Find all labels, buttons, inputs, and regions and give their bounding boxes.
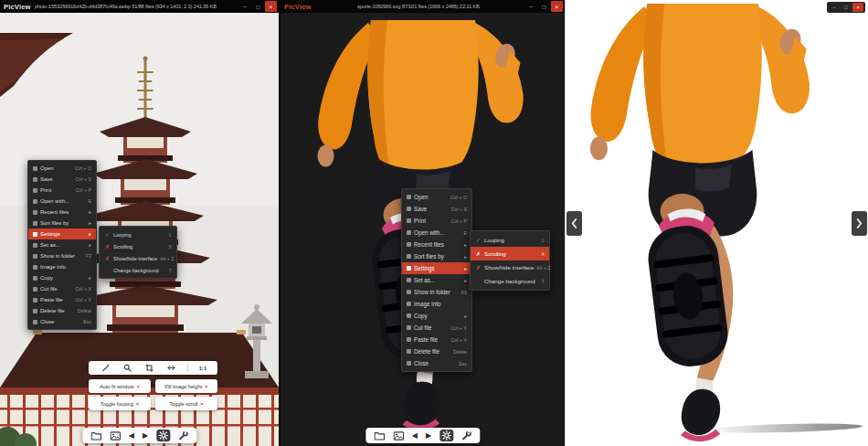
menu-item-show-in-folder[interactable]: Show in folderF3 — [402, 286, 471, 298]
minimize-button[interactable]: − — [239, 1, 251, 12]
toggle-scroll-toggle[interactable]: Toggle scroll× — [155, 397, 217, 410]
runner-image-large — [565, 4, 849, 442]
context-menu: OpenCtrl + O SaveCtrl + S PrintCtrl + P … — [27, 160, 97, 330]
crop-button[interactable] — [143, 362, 155, 374]
minimize-button[interactable]: − — [525, 1, 537, 12]
close-button[interactable]: × — [551, 1, 563, 12]
open-folder-button[interactable] — [374, 431, 385, 441]
restore-button[interactable]: □ — [841, 3, 852, 12]
divider — [187, 364, 188, 372]
open-icon — [407, 195, 411, 199]
menu-item-cut-file[interactable]: Cut fileCtrl + X — [28, 283, 96, 294]
menu-item-save[interactable]: SaveCtrl + S — [28, 174, 96, 185]
previous-image-button[interactable]: ◀ — [129, 432, 134, 440]
submenu-arrow-icon: ▸ — [464, 254, 467, 260]
previous-image-button[interactable]: ◀ — [412, 432, 418, 440]
wand-button[interactable] — [100, 362, 111, 374]
remove-toggle-icon[interactable]: × — [137, 384, 141, 389]
menu-item-open[interactable]: OpenCtrl + O — [402, 191, 471, 203]
minimize-button[interactable]: − — [829, 3, 840, 12]
open-folder-button[interactable] — [90, 431, 101, 441]
menu-item-sort-files-by[interactable]: Sort files by▸ — [28, 218, 96, 228]
next-image-button[interactable] — [852, 211, 867, 236]
close-button[interactable]: × — [265, 1, 277, 12]
menu-item-paste-file[interactable]: Paste fileCtrl + V — [402, 334, 471, 345]
submenu-item-change-background[interactable]: Change backgroundT — [471, 274, 549, 288]
left-titlebar: PicView photo-1553256916d42b-d4d387fc46a… — [0, 0, 279, 13]
menu-item-settings[interactable]: Settings▸ — [402, 262, 471, 274]
menu-item-open-with[interactable]: Open with...E — [402, 227, 471, 239]
submenu-arrow-icon: ▸ — [464, 266, 467, 271]
auto-fit-window-toggle[interactable]: Auto fit window× — [89, 379, 151, 393]
menu-item-close[interactable]: CloseEsc — [28, 316, 96, 327]
menu-item-close[interactable]: CloseEsc — [402, 357, 471, 369]
submenu-arrow-icon: ▸ — [464, 313, 467, 319]
set-as-icon — [407, 278, 411, 282]
remove-toggle-icon[interactable]: × — [205, 384, 208, 389]
menu-item-copy[interactable]: Copy▸ — [28, 272, 96, 283]
submenu-arrow-icon: ▸ — [464, 278, 467, 283]
settings-gear-button[interactable] — [156, 430, 170, 441]
menu-item-sort-files-by[interactable]: Sort files by▸ — [402, 250, 471, 262]
maximize-button[interactable]: □ — [252, 1, 264, 12]
menu-item-set-as[interactable]: Set as...▸ — [402, 274, 471, 286]
delete-icon — [407, 349, 411, 354]
print-icon — [33, 188, 37, 193]
submenu-item-show-hide-interface[interactable]: ✗Show/hide interfaceAlt + Z — [471, 260, 549, 274]
one-to-one-button[interactable]: 1:1 — [199, 362, 207, 374]
submenu-item-show-hide-interface[interactable]: ✗Show/hide interfaceAlt + Z — [100, 252, 176, 264]
menu-item-recent-files[interactable]: Recent files▸ — [402, 239, 471, 250]
open-icon — [33, 166, 37, 171]
menu-item-print[interactable]: PrintCtrl + P — [402, 215, 471, 227]
menu-item-set-as[interactable]: Set as...▸ — [28, 239, 96, 250]
next-image-button[interactable]: ▶ — [143, 432, 148, 440]
menu-item-copy[interactable]: Copy▸ — [402, 310, 471, 322]
menu-item-image-info[interactable]: Image info — [28, 261, 96, 272]
menu-item-cut-file[interactable]: Cut fileCtrl + X — [402, 322, 471, 334]
submenu-arrow-icon: ▸ — [89, 209, 91, 215]
cut-icon — [33, 287, 37, 292]
menu-item-delete-file[interactable]: Delete fileDelete — [28, 305, 96, 316]
maximize-button[interactable]: □ — [538, 1, 550, 12]
zoom-button[interactable] — [122, 362, 133, 374]
settings-icon — [407, 266, 411, 271]
settings-submenu: ✓LoopingL ✗ScrollingX ✗Show/hide interfa… — [99, 226, 177, 279]
menu-item-save[interactable]: SaveCtrl + S — [402, 203, 471, 215]
gallery-button[interactable] — [393, 431, 404, 441]
paste-icon — [33, 298, 37, 303]
menu-item-settings[interactable]: Settings▸ — [28, 228, 96, 239]
tools-wrench-button[interactable] — [461, 430, 471, 441]
fill-image-height-toggle[interactable]: Fill image height× — [155, 379, 217, 393]
tools-wrench-button[interactable] — [178, 430, 188, 441]
close-button[interactable]: × — [852, 3, 863, 12]
next-image-button[interactable]: ▶ — [426, 432, 431, 440]
recent-files-icon — [407, 242, 411, 247]
submenu-arrow-icon: ▸ — [89, 231, 91, 237]
submenu-item-scrolling[interactable]: ✗ScrollingX — [100, 240, 176, 252]
bottom-toolbar: ◀ ▶ — [365, 428, 480, 443]
submenu-item-change-background[interactable]: Change backgroundT — [100, 264, 176, 276]
menu-item-open[interactable]: OpenCtrl + O — [28, 163, 96, 174]
close-icon — [33, 320, 37, 324]
submenu-item-looping[interactable]: ✓LoopingL — [100, 228, 176, 240]
menu-item-show-in-folder[interactable]: Show in folderF3 — [28, 250, 96, 261]
menu-item-open-with[interactable]: Open with...E — [28, 196, 96, 207]
submenu-arrow-icon: ▸ — [89, 275, 91, 281]
remove-toggle-icon[interactable]: × — [136, 401, 140, 407]
settings-gear-button[interactable] — [439, 430, 453, 441]
remove-toggle-icon[interactable]: × — [200, 401, 204, 407]
menu-item-print[interactable]: PrintCtrl + P — [28, 185, 96, 196]
chevron-right-icon — [855, 218, 863, 229]
submenu-item-scrolling[interactable]: ✗ScrollingX — [471, 247, 549, 260]
window-controls: − □ × — [239, 1, 277, 12]
toggle-looping-toggle[interactable]: Toggle looping× — [89, 397, 151, 410]
previous-image-button[interactable] — [566, 211, 582, 236]
menu-item-delete-file[interactable]: Delete fileDelete — [402, 345, 471, 357]
flip-button[interactable] — [165, 362, 177, 374]
menu-item-recent-files[interactable]: Recent files▸ — [28, 207, 96, 218]
submenu-item-looping[interactable]: ✓LoopingL — [471, 233, 549, 247]
gallery-button[interactable] — [110, 431, 121, 441]
menu-item-image-info[interactable]: Image info — [402, 298, 471, 310]
menu-item-paste-file[interactable]: Paste fileCtrl + V — [28, 294, 96, 305]
chevron-left-icon — [570, 218, 578, 229]
